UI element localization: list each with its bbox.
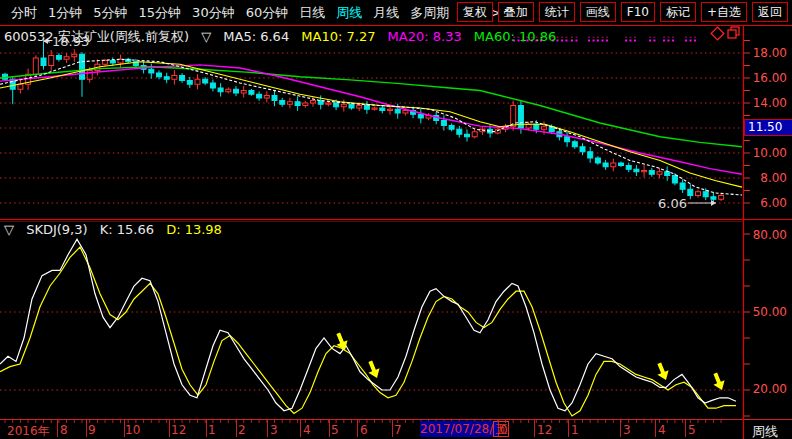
candle-body [472,132,477,137]
candle-body [565,137,570,142]
candle-body [234,89,239,93]
marker-dot-shadow [634,37,636,39]
candle-body [441,121,446,126]
candle-body [449,126,454,130]
menu-item-fenshi[interactable]: 分时 [11,4,37,22]
marker-dot [694,40,696,42]
candle-body [287,102,292,105]
candle-body [665,172,670,176]
candle-body [380,108,385,111]
ma5-value: MA5: 6.64 [223,29,289,44]
time-axis-label: 1 [571,423,579,437]
marker-dot-shadow [606,37,608,39]
menu-item-multi-period[interactable]: 多周期 [410,4,449,22]
candle-body [80,54,85,79]
menu-item-60min[interactable]: 60分钟 [246,4,289,22]
marker-dot-shadow [566,37,568,39]
menu-item-30min[interactable]: 30分钟 [192,4,235,22]
menu-item-monthly[interactable]: 月线 [373,4,399,22]
candle-body [203,79,208,83]
marker-dot-shadow [602,37,604,39]
candle-body [372,108,377,109]
menu-item-weekly[interactable]: 周线 [336,4,362,22]
marker-dot-shadow [649,37,651,39]
add-favorite-button[interactable]: +自选 [701,2,747,22]
candle-body [180,76,185,81]
candle-body [526,124,531,128]
price-label-10: 10.00 [727,146,787,160]
overlap-windows-icon[interactable] [731,27,739,35]
marker-dot [597,40,599,42]
candle-body [418,114,423,118]
candle-body [3,74,8,79]
ma10-value: MA10: 7.27 [301,29,375,44]
candle-body [141,66,146,70]
stock-title: 600532 宏达矿业(周线.前复权) [4,29,189,44]
candle-body [87,71,92,80]
marker-dot-shadow [663,37,665,39]
candle-body [542,127,547,130]
draw-line-button[interactable]: 画线 [580,2,616,22]
candle-body [187,81,192,85]
mark-button[interactable]: 标记 [660,2,696,22]
candle-body [395,109,400,113]
candle-body [549,127,554,132]
signal-arrow-icon [654,361,672,382]
marker-dot [668,40,670,42]
skdj-indicator-name[interactable]: SKDJ(9,3) [26,222,87,237]
candle-body [26,74,31,84]
collapse-triangle-icon[interactable]: ▽ [201,29,211,44]
skdj-label-50: 50.00 [727,305,787,319]
toolbar: 复权 叠加 统计 画线 F10 标记 +自选 返回 [457,2,788,22]
candle-body [334,103,339,107]
candle-body [534,124,539,129]
signal-arrow-icon [365,359,383,380]
marker-dot-shadow [588,37,590,39]
f10-button[interactable]: F10 [621,2,655,22]
candle-body [434,116,439,121]
kline-skdj-chart-canvas[interactable]: 18.936.06 [0,0,792,439]
price-label-14: 14.00 [727,96,787,110]
statistics-button[interactable]: 统计 [539,2,575,22]
skdj-k-line [0,239,736,411]
candle-body [703,192,708,197]
time-axis-label: 3 [623,423,631,437]
candle-body [511,106,516,127]
diamond-marker-icon[interactable] [711,27,724,40]
price-label-6: 6.00 [727,196,787,210]
candle-body [457,129,462,134]
period-corner-label[interactable]: 周线 [752,423,778,439]
marker-dot [685,40,687,42]
marker-dot-shadow [694,37,696,39]
candle-body [503,127,508,130]
candle-body [10,79,15,89]
overlap-windows-icon-back[interactable] [728,30,736,38]
time-axis-label: 3 [270,423,278,437]
menu-item-1min[interactable]: 1分钟 [48,4,82,22]
candle-body [164,77,169,80]
menu-item-daily[interactable]: 日线 [299,4,325,22]
candle-body [626,166,631,170]
candle-body [411,111,416,115]
marker-dot [576,40,578,42]
menu-item-15min[interactable]: 15分钟 [139,4,182,22]
ma-line-ma60 [0,67,742,147]
marker-dot-shadow [571,37,573,39]
skdj-header: ▽ SKDJ(9,3) K: 15.66 D: 13.98 [4,222,230,237]
candle-body [588,152,593,158]
time-axis-label: 12 [537,423,552,437]
candle-body [118,59,123,63]
overlay-button[interactable]: 叠加 [498,2,534,22]
back-button[interactable]: 返回 [752,2,788,22]
candle-body [688,189,693,195]
candle-body [126,59,131,62]
signal-arrow-icon [710,371,728,392]
menu-item-5min[interactable]: 5分钟 [93,4,127,22]
time-axis-label: 2 [238,423,246,437]
skdj-collapse-triangle-icon[interactable]: ▽ [4,222,14,237]
price-label-18: 18.00 [727,46,787,60]
ma-line-ma10 [0,62,742,187]
adjust-price-button[interactable]: 复权 [457,2,493,22]
signal-arrow-icon [333,331,351,352]
marker-dot [593,40,595,42]
